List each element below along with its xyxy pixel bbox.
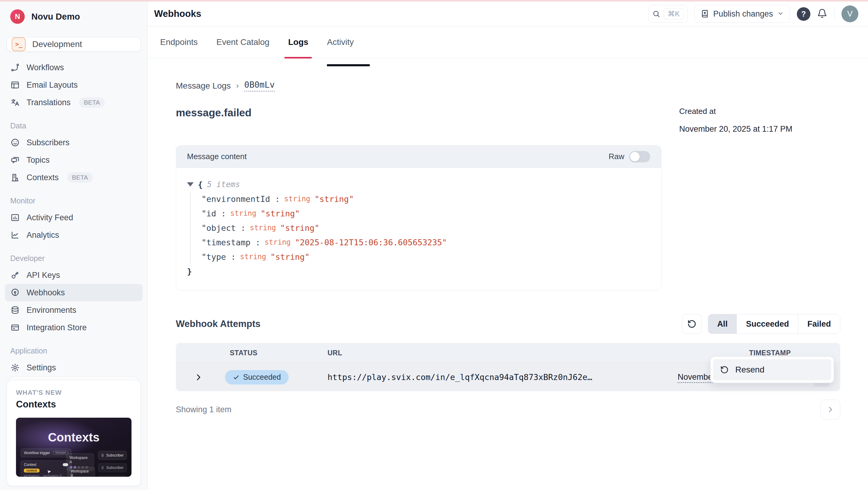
filter-all[interactable]: All <box>708 314 737 334</box>
keyboard-shortcut-chip: ⌘K <box>664 8 684 20</box>
webhook-icon <box>10 288 20 297</box>
tab-endpoints[interactable]: Endpoints <box>160 27 198 58</box>
sidebar-item-environments[interactable]: Environments <box>5 301 143 319</box>
raw-toggle-label: Raw <box>609 152 624 161</box>
webhook-attempts-heading: Webhook Attempts <box>176 319 260 329</box>
webhooks-tabs: Endpoints Event Catalog Logs Activity <box>148 27 868 58</box>
table-footer: Showing 1 item <box>176 405 840 414</box>
breadcrumb: Message Logs › 0B0mLv <box>176 80 840 92</box>
top-accent-bar <box>0 0 868 1</box>
main-area: Webhooks ⌘K Publish changes ? <box>148 0 868 490</box>
promo-workspace-b-card: Workspace B <box>67 467 95 477</box>
header-divider <box>835 7 835 20</box>
sidebar-item-label: Workflows <box>27 63 64 72</box>
json-fields: environmentIdstringstring idstringstring… <box>190 192 650 264</box>
column-header-status: STATUS <box>211 349 310 357</box>
search-button[interactable]: ⌘K <box>648 5 688 23</box>
sidebar-item-activity-feed[interactable]: Activity Feed <box>5 209 143 226</box>
sidebar-item-label: Topics <box>27 156 50 165</box>
publish-changes-button[interactable]: Publish changes <box>694 5 790 23</box>
message-content-card: Message content Raw { 5 items <box>176 145 661 291</box>
sidebar-item-translations[interactable]: Translations BETA <box>5 94 143 111</box>
resend-menu-item[interactable]: Resend <box>713 359 831 380</box>
org-logo: N <box>10 9 25 24</box>
check-icon <box>233 374 240 381</box>
publish-book-icon <box>701 9 709 19</box>
sidebar-item-label: Integration Store <box>27 323 87 332</box>
json-field-row: typestringstring <box>202 250 650 264</box>
key-icon <box>10 270 20 280</box>
filter-succeeded[interactable]: Succeeded <box>737 314 798 334</box>
beta-badge: BETA <box>79 97 105 107</box>
sidebar-item-integration-store[interactable]: Integration Store <box>5 319 143 336</box>
created-at-label: Created at <box>679 107 840 116</box>
promo-title: Contexts <box>16 431 131 444</box>
sidebar-item-settings[interactable]: Settings <box>5 359 143 377</box>
close-brace: } <box>187 267 192 276</box>
expand-row-button[interactable] <box>176 373 211 382</box>
sidebar-item-webhooks[interactable]: Webhooks <box>5 284 143 301</box>
created-at-value: November 20, 2025 at 1:17 PM <box>679 125 840 134</box>
collapse-caret-icon[interactable] <box>187 182 194 187</box>
message-content-header: Message content Raw <box>176 145 661 168</box>
notifications-bell-icon[interactable] <box>817 8 828 19</box>
sidebar-item-contexts[interactable]: Contexts BETA <box>5 169 143 186</box>
column-header-timestamp: TIMESTAMP <box>653 349 803 357</box>
bar-chart-panel-icon <box>10 213 20 222</box>
refresh-attempts-button[interactable] <box>682 314 702 334</box>
filter-failed[interactable]: Failed <box>798 314 840 334</box>
endpoint-url-link[interactable]: https://play.svix.com/in/e_lqfXqcna94aTq… <box>328 372 592 382</box>
language-icon <box>10 98 20 107</box>
tab-logs[interactable]: Logs <box>288 27 308 58</box>
promo-subscriber-card: Subscriber <box>98 463 127 472</box>
sidebar: N Novu Demo >_ Development Workflows Ema… <box>0 0 148 490</box>
contexts-promo-image[interactable]: Contexts Workflow trigger TRIGGER Contex… <box>16 418 131 477</box>
breadcrumb-message-id[interactable]: 0B0mLv <box>244 80 275 92</box>
json-field-row: objectstringstring <box>202 221 650 235</box>
showing-items-text: Showing 1 item <box>176 405 231 414</box>
created-at-block: Created at November 20, 2025 at 1:17 PM <box>679 107 840 134</box>
sidebar-item-topics[interactable]: Topics <box>5 151 143 169</box>
row-actions-context-menu: Resend <box>710 357 834 383</box>
help-button[interactable]: ? <box>797 7 810 21</box>
promo-workflow-trigger-card: Workflow trigger TRIGGER <box>21 449 71 457</box>
resend-rotate-icon <box>720 365 728 374</box>
sidebar-item-analytics[interactable]: Analytics <box>5 226 143 244</box>
page-title: Webhooks <box>154 8 201 19</box>
whats-new-section: WHAT'S NEW Contexts Contexts Workflow tr… <box>0 377 148 490</box>
nav-section-application: Application <box>0 336 148 359</box>
terminal-icon: >_ <box>12 37 26 51</box>
sidebar-item-label: Webhooks <box>27 288 65 297</box>
refresh-icon <box>687 320 696 328</box>
nav-section-monitor: Monitor <box>0 186 148 209</box>
sidebar-item-subscribers[interactable]: Subscribers <box>5 134 143 151</box>
org-switcher[interactable]: N Novu Demo <box>0 1 148 31</box>
page-header: Webhooks ⌘K Publish changes ? <box>148 0 868 27</box>
sidebar-item-label: Analytics <box>27 231 59 240</box>
environment-selector[interactable]: >_ Development <box>7 37 141 52</box>
app-screen: N Novu Demo >_ Development Workflows Ema… <box>0 0 868 490</box>
tab-event-catalog[interactable]: Event Catalog <box>217 27 270 58</box>
json-field-row: timestampstring2025-08-12T15:06:36.60565… <box>202 235 650 249</box>
beta-badge: BETA <box>67 172 93 183</box>
breadcrumb-parent[interactable]: Message Logs <box>176 81 231 91</box>
whats-new-eyebrow: WHAT'S NEW <box>16 389 131 397</box>
chevron-down-icon <box>777 10 784 18</box>
raw-toggle[interactable] <box>629 151 650 162</box>
sidebar-item-label: Contexts <box>27 173 59 182</box>
whats-new-card[interactable]: WHAT'S NEW Contexts Contexts Workflow tr… <box>7 380 141 486</box>
promo-context-card: Context context workspace: 'workspace-b'… <box>21 460 71 477</box>
layout-icon <box>10 80 20 90</box>
user-avatar[interactable]: V <box>841 5 858 22</box>
sidebar-item-label: API Keys <box>27 271 60 280</box>
sidebar-item-label: Environments <box>27 305 76 315</box>
chevron-right-icon <box>826 405 834 414</box>
sidebar-item-workflows[interactable]: Workflows <box>5 59 143 76</box>
tab-activity[interactable]: Activity <box>327 27 354 58</box>
sidebar-item-api-keys[interactable]: API Keys <box>5 266 143 284</box>
sidebar-item-label: Translations <box>27 98 70 107</box>
sidebar-item-email-layouts[interactable]: Email Layouts <box>5 76 143 94</box>
pagination-next-button[interactable] <box>820 400 840 420</box>
json-tree-viewer: { 5 items environmentIdstringstring idst… <box>176 168 661 290</box>
message-type-title: message.failed <box>176 107 251 134</box>
